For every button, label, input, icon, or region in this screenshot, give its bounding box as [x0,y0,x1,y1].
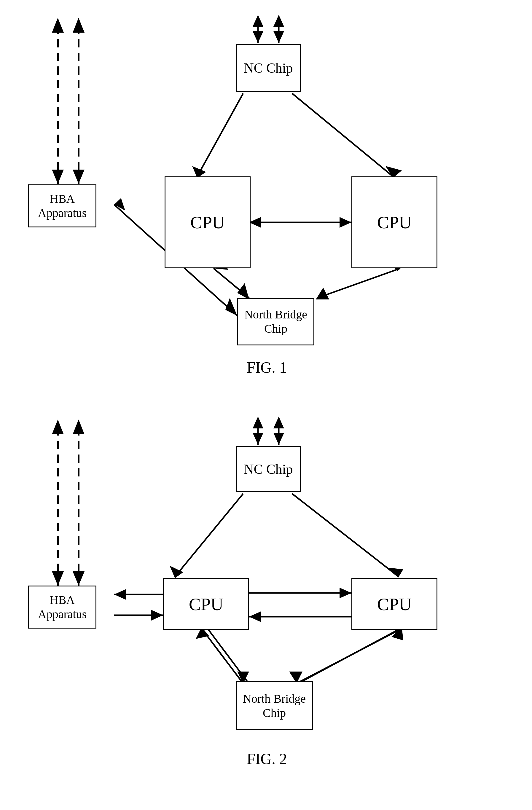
fig2-nc-chip-box: NC Chip [236,446,301,492]
fig1-cpu2-box: CPU [351,176,437,268]
svg-marker-26 [225,298,237,316]
fig2-cpu1-box: CPU [163,578,249,630]
svg-marker-11 [273,31,284,43]
svg-marker-13 [192,166,206,178]
svg-marker-18 [340,217,351,228]
svg-marker-43 [388,568,403,578]
fig1-nc-chip-box: NC Chip [236,44,301,92]
svg-marker-17 [249,217,261,228]
svg-marker-37 [273,417,284,428]
fig2-label: FIG. 2 [222,750,311,767]
fig1-label: FIG. 1 [222,359,311,376]
svg-marker-4 [52,169,64,184]
svg-marker-10 [253,31,263,43]
svg-marker-47 [249,611,261,622]
svg-marker-39 [273,433,284,445]
svg-marker-2 [52,18,64,33]
fig1-hba-box: HBA Apparatus [28,184,96,227]
fig2-north-bridge-box: North Bridge Chip [236,681,313,730]
svg-marker-57 [114,589,126,600]
svg-marker-30 [52,420,64,434]
svg-line-40 [175,493,243,577]
fig1-north-bridge-box: North Bridge Chip [237,298,315,345]
fig2-cpu2-box: CPU [351,578,437,630]
fig2-hba-box: HBA Apparatus [28,586,96,629]
svg-line-55 [301,629,400,682]
svg-line-14 [292,93,393,176]
svg-marker-45 [340,588,351,598]
svg-marker-35 [253,417,263,428]
svg-marker-20 [237,283,249,299]
svg-marker-38 [253,433,263,445]
svg-marker-9 [273,15,284,27]
svg-line-54 [208,629,247,682]
svg-line-21 [317,268,400,298]
svg-marker-22 [316,288,329,299]
svg-line-12 [197,93,243,176]
fig1-cpu1-box: CPU [165,176,251,268]
svg-marker-5 [72,169,84,184]
svg-marker-41 [170,566,183,578]
svg-line-48 [201,629,243,683]
svg-marker-32 [52,571,64,586]
svg-marker-7 [253,15,263,27]
svg-line-42 [292,493,397,576]
svg-marker-33 [72,571,84,586]
svg-marker-59 [151,610,163,620]
svg-marker-3 [72,18,84,33]
page: NC Chip CPU CPU North Bridge Chip HBA Ap… [0,0,532,810]
svg-marker-31 [72,420,84,434]
